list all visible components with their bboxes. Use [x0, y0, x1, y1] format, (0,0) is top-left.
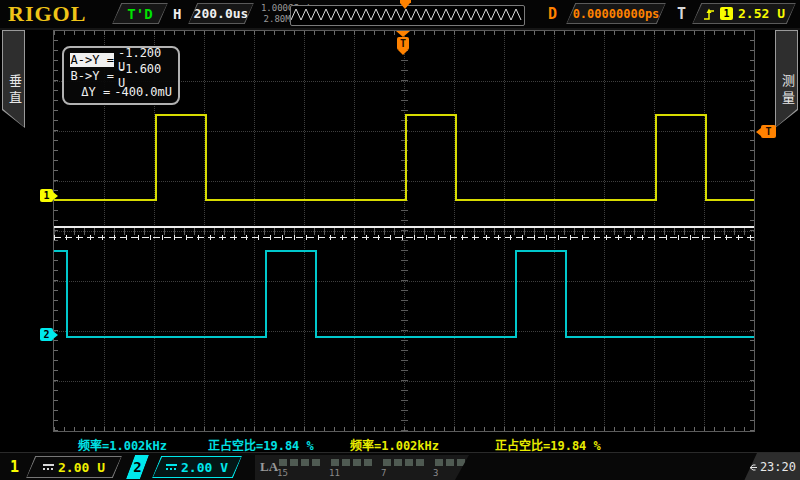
ch1-level-marker[interactable]: 1 [40, 189, 53, 202]
brand-logo: RIGOL [8, 1, 86, 27]
tab-measure-menu[interactable]: 测量 [775, 30, 798, 128]
measurement-ch2-duty: 正占空比=19.84 % [208, 436, 314, 453]
ch1-number: 1 [10, 458, 19, 476]
trigger-label: T [677, 5, 686, 23]
memory-trigger-position-marker[interactable] [400, 0, 411, 10]
trigger-settings-button[interactable]: 1 2.52 U [692, 3, 796, 24]
la-status-block[interactable]: LA 151173 [255, 455, 469, 480]
timebase-value: 200.0us [194, 6, 249, 21]
delay-value: 0.00000000ps [573, 7, 660, 21]
oscilloscope-screen: RIGOL T'D H 200.0us 1.000GSa/s 2.80M pts… [0, 0, 800, 480]
tab-vertical-menu[interactable]: 垂直 [2, 30, 25, 128]
trigger-status-badge: T'D [112, 3, 168, 24]
usb-icon [744, 463, 757, 472]
trigger-position-marker[interactable]: T [396, 31, 410, 55]
cursor-a-label: A->Y = [70, 53, 114, 67]
channel-status-bar: 1 2.00 U 2 2.00 V LA 151173 [0, 452, 800, 480]
measurement-ch1-duty: 正占空比=19.84 % [495, 436, 601, 453]
cursor-delta-label: ΔY = [70, 85, 110, 99]
rising-edge-icon [703, 7, 715, 21]
cursor-info-box[interactable]: A->Y = -1.200 U B->Y = -1.600 U ΔY = -40… [62, 46, 180, 105]
cursor-b-label: B->Y = [70, 69, 114, 83]
la-channel-indicators: 151173 [255, 455, 469, 480]
ch2-dc-coupling-icon [166, 464, 177, 470]
timebase-button[interactable]: 200.0us [188, 3, 254, 24]
ch2-status-block[interactable]: 2.00 V [152, 456, 242, 478]
delay-button[interactable]: 0.00000000ps [566, 3, 666, 24]
top-status-bar: RIGOL T'D H 200.0us 1.000GSa/s 2.80M pts… [0, 0, 800, 30]
trigger-level-value: 2.52 U [738, 6, 785, 21]
ch2-number: 2 [127, 456, 148, 478]
trigger-source-badge: 1 [720, 7, 733, 20]
measurement-ch2-frequency: 频率=1.002kHz [78, 436, 167, 453]
trigger-level-marker[interactable]: T [761, 125, 776, 138]
cursor-delta-value: -400.0mU [114, 85, 172, 99]
ch1-dc-coupling-icon [43, 464, 54, 470]
ch1-status-block[interactable]: 2.00 U [26, 456, 122, 478]
ch1-scale-value: 2.00 U [58, 460, 105, 475]
ch2-level-marker[interactable]: 2 [40, 328, 53, 341]
clock: 23:20 [760, 460, 796, 474]
clock-panel: 23:20 [744, 453, 800, 480]
trigger-status-text: T'D [127, 6, 152, 22]
measurement-ch1-frequency: 频率=1.002kHz [350, 436, 439, 453]
ch2-number-badge[interactable]: 2 [126, 455, 149, 479]
delay-label: D [548, 5, 557, 23]
ch2-scale-value: 2.00 V [181, 460, 228, 475]
horizontal-label: H [173, 6, 181, 22]
